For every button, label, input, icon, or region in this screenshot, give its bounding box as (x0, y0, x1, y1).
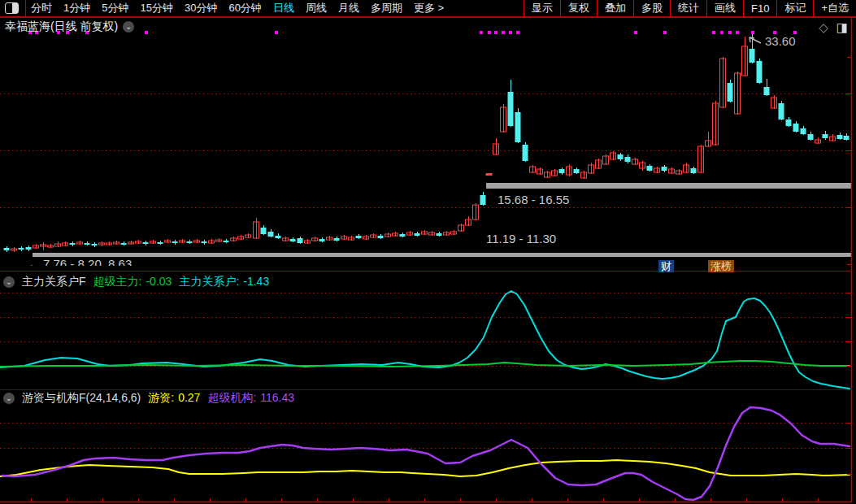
chart-canvas[interactable] (0, 0, 856, 504)
indicator2-field1-value: 0.27 (178, 391, 200, 406)
period-tab[interactable]: 日线 (273, 1, 294, 15)
period-tab[interactable]: 月线 (338, 1, 359, 15)
menu-divider (25, 0, 26, 16)
rank-badge[interactable]: 涨榜 (708, 260, 734, 272)
indicator1-field2-value: -1.43 (243, 275, 269, 289)
toolbar-button[interactable]: 叠加 (597, 1, 633, 15)
indicator2-field1: 游资: 0.27 (148, 391, 200, 406)
indicator1-field1: 超级主力: -0.03 (93, 275, 172, 289)
toolbar-button[interactable]: 统计 (671, 1, 706, 15)
period-tabs: 分时1分钟5分钟15分钟30分钟60分钟日线周线月线多周期更多 > (31, 1, 455, 15)
toolbar: 显示复权叠加多股统计画线F10标记+自选 (524, 0, 856, 16)
bottom-price-label: ← 7.76 - 8.20 8.63 (28, 257, 132, 266)
toolbar-button[interactable]: F10 (744, 2, 776, 15)
indicator2-field1-label: 游资: (148, 391, 174, 406)
app-window: 分时1分钟5分钟15分钟30分钟60分钟日线周线月线多周期更多 > 显示复权叠加… (0, 0, 856, 504)
chart-title-row: 幸福蓝海(日线 前复权) ⌄ (5, 20, 134, 34)
bottom-price-text: 7.76 - 8.20 8.63 (43, 257, 132, 266)
toolbar-button[interactable]: 复权 (561, 1, 597, 15)
indicator1-field1-label: 超级主力: (93, 275, 142, 289)
corner-icons: ◇ ◨ (819, 21, 848, 33)
indicator2-name[interactable]: 游资与机构F(24,14,6,6) (22, 391, 141, 406)
indicator1-field2-label: 主力关系户: (179, 275, 239, 289)
collapse-chevron-icon[interactable]: ⌄ (3, 276, 15, 288)
collapse-chevron-icon[interactable]: ⌄ (3, 393, 15, 404)
period-tab[interactable]: 5分钟 (102, 1, 128, 15)
stock-title: 幸福蓝海(日线 前复权) (5, 20, 118, 34)
indicator2-header: ⌄ 游资与机构F(24,14,6,6) 游资: 0.27 超级机构: 116.4… (3, 391, 294, 406)
layout-window-icon[interactable] (5, 2, 19, 14)
period-tab[interactable]: 周线 (306, 1, 327, 15)
indicator1-field1-value: -0.03 (146, 275, 172, 289)
toolbar-button[interactable]: 画线 (707, 1, 743, 15)
zone2-price-label: 11.19 - 11.30 (486, 232, 556, 245)
toolbar-button[interactable]: 显示 (524, 1, 560, 15)
menu-bar: 分时1分钟5分钟15分钟30分钟60分钟日线周线月线多周期更多 > 显示复权叠加… (0, 0, 856, 18)
period-tab[interactable]: 60分钟 (228, 1, 261, 15)
period-tab[interactable]: 多周期 (371, 1, 402, 15)
panel-divider-gray (0, 389, 852, 390)
indicator1-field2: 主力关系户: -1.43 (179, 275, 269, 289)
indicator2-field2: 超级机构: 116.43 (207, 391, 294, 406)
indicator1-header: ⌄ 主力关系户F 超级主力: -0.03 主力关系户: -1.43 (3, 275, 269, 289)
indicator2-field2-label: 超级机构: (207, 391, 256, 406)
split-window-icon[interactable]: ◨ (836, 21, 848, 33)
indicator1-name[interactable]: 主力关系户F (22, 275, 86, 289)
indicator2-field2-value: 116.43 (260, 391, 294, 406)
period-tab[interactable]: 分时 (31, 1, 52, 15)
left-arrow-icon: ← (28, 257, 40, 266)
toolbar-button[interactable]: 标记 (777, 1, 813, 15)
period-tab[interactable]: 1分钟 (63, 1, 90, 15)
period-tab[interactable]: 15分钟 (140, 1, 172, 15)
period-tab[interactable]: 30分钟 (185, 1, 217, 15)
chevron-down-icon[interactable]: ⌄ (123, 21, 134, 33)
zone1-price-label: 15.68 - 16.55 (498, 193, 569, 206)
period-tab[interactable]: 更多 > (414, 1, 444, 15)
peak-price-label: 33.60 (765, 34, 796, 48)
toolbar-button[interactable]: 多股 (634, 1, 670, 15)
toolbar-button[interactable]: +自选 (814, 1, 856, 15)
finance-badge[interactable]: 财 (658, 260, 674, 272)
diamond-icon[interactable]: ◇ (819, 21, 828, 33)
